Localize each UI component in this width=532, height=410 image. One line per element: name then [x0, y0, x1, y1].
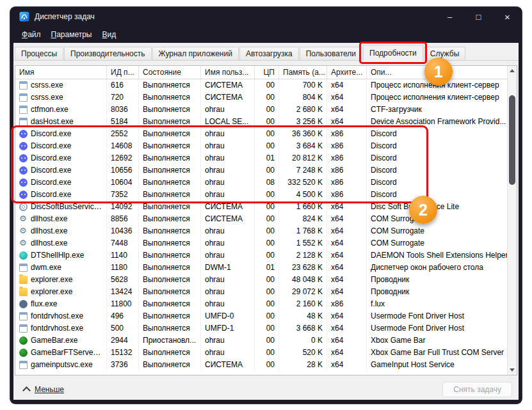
- column-header-user[interactable]: Имя польз...: [201, 66, 255, 79]
- cell-pid: 1180: [107, 262, 139, 274]
- cell-desc: COM Surrogate: [367, 213, 507, 225]
- generic-app-icon: [19, 361, 28, 369]
- scroll-down-arrow-icon[interactable]: [508, 365, 517, 375]
- process-name: dllhost.exe: [31, 225, 67, 237]
- table-row[interactable]: dwm.exe1180ВыполняетсяDWM-10123 628 Kx64…: [15, 262, 507, 274]
- end-task-button[interactable]: Снять задачу: [442, 382, 512, 397]
- cell-cpu: 00: [255, 128, 279, 140]
- scroll-up-arrow-icon[interactable]: [508, 66, 517, 75]
- tab-app-history[interactable]: Журнал приложений: [152, 47, 239, 60]
- discord-icon: [19, 178, 28, 187]
- cell-mem: 48 K: [279, 310, 327, 322]
- cell-name: DiscSoftBusServiceLi...: [15, 201, 107, 213]
- column-header-pid[interactable]: ИД п...: [107, 66, 139, 79]
- cell-desc: Процесс исполнения клиент-сервер: [367, 91, 507, 104]
- close-button[interactable]: ×: [493, 7, 522, 26]
- tab-performance[interactable]: Производительность: [64, 47, 151, 60]
- fewer-details-toggle[interactable]: Меньше: [20, 384, 68, 395]
- cell-user: ohrau: [201, 225, 255, 237]
- cell-arch: x64: [327, 249, 367, 262]
- cell-status: Выполняется: [139, 310, 201, 322]
- cell-name: dllhost.exe: [15, 213, 107, 225]
- cell-mem: 3 668 K: [279, 322, 327, 335]
- process-name: GameBar.exe: [31, 335, 77, 347]
- cell-mem: 2 128 K: [279, 249, 327, 262]
- cell-mem: 3 256 K: [279, 116, 327, 128]
- table-row[interactable]: DTShellHlp.exe1140Выполняетсяohrau002 12…: [15, 249, 507, 262]
- cell-user: ohrau: [201, 164, 255, 177]
- cell-mem: 520 K: [279, 347, 327, 359]
- column-header-cpu[interactable]: ЦП: [255, 66, 279, 79]
- column-header-name[interactable]: Имя: [15, 66, 107, 79]
- table-row[interactable]: fontdrvhost.exe500ВыполняетсяUMFD-1003 6…: [15, 322, 507, 335]
- annotation-step-badge-1: 1: [424, 58, 453, 86]
- cell-user: ohrau: [201, 140, 255, 152]
- menu-options[interactable]: Параметры: [46, 28, 97, 41]
- cell-mem: 2 160 K: [279, 298, 327, 310]
- cell-cpu: 00: [255, 116, 279, 128]
- cell-name: DTShellHlp.exe: [15, 249, 107, 262]
- column-header-arch[interactable]: Архите...: [327, 66, 367, 79]
- cell-pid: 7352: [107, 189, 139, 201]
- table-row[interactable]: Discord.exe10604Выполняетсяohrau08332 52…: [15, 177, 507, 189]
- maximize-button[interactable]: □: [464, 7, 493, 26]
- table-row[interactable]: dllhost.exe10436Выполняетсяohrau001 768 …: [15, 225, 507, 237]
- table-row[interactable]: GameBarFTServer.exe15132Выполняетсяohrau…: [15, 347, 507, 359]
- cell-desc: Discord: [367, 152, 507, 164]
- cell-arch: x86: [327, 140, 367, 152]
- table-row[interactable]: Discord.exe14608Выполняетсяohrau003 684 …: [15, 140, 507, 152]
- cell-mem: 7 248 K: [279, 164, 327, 177]
- table-row[interactable]: explorer.exe13424Выполняетсяohrau0029 07…: [15, 286, 507, 298]
- window-controls: – □ ×: [435, 7, 522, 26]
- table-row[interactable]: Discord.exe2552Выполняетсяohrau0036 360 …: [15, 128, 507, 140]
- cell-desc: Usermode Font Driver Host: [367, 322, 507, 335]
- vertical-scrollbar[interactable]: [507, 66, 517, 375]
- cell-cpu: 00: [255, 359, 279, 371]
- table-row[interactable]: Discord.exe12692Выполняетсяohrau0120 812…: [15, 152, 507, 164]
- cell-user: UMFD-1: [201, 322, 255, 335]
- table-row[interactable]: Discord.exe7352Выполняетсяohrau004 500 K…: [15, 189, 507, 201]
- menu-view[interactable]: Вид: [97, 28, 121, 41]
- cell-status: Выполняется: [139, 322, 201, 335]
- table-row[interactable]: ctfmon.exe8036Выполняетсяohrau002 680 Kx…: [15, 104, 507, 116]
- table-row[interactable]: dasHost.exe5184ВыполняетсяLOCAL SE...003…: [15, 116, 507, 128]
- scrollbar-thumb[interactable]: [509, 95, 515, 185]
- xbox-icon: [19, 349, 28, 357]
- table-row[interactable]: csrss.exe720ВыполняетсяСИСТЕМА00804 Kx64…: [15, 91, 507, 104]
- gear-icon: [19, 215, 28, 223]
- cell-status: Выполняется: [139, 201, 201, 213]
- cell-status: Выполняется: [139, 237, 201, 249]
- cell-user: ohrau: [201, 104, 255, 116]
- process-name: Discord.exe: [31, 164, 71, 177]
- table-row[interactable]: explorer.exe5628Выполняетсяohrau0048 048…: [15, 274, 507, 286]
- flux-icon: [19, 300, 28, 308]
- cell-name: explorer.exe: [15, 274, 107, 286]
- column-header-status[interactable]: Состояние: [139, 66, 201, 79]
- cell-pid: 10436: [107, 225, 139, 237]
- table-row[interactable]: GameBar.exe2944Приостановл...ohrau000 Kx…: [15, 335, 507, 347]
- cell-name: gameinputsvc.exe: [15, 359, 107, 371]
- minimize-button[interactable]: –: [435, 7, 464, 26]
- tab-services[interactable]: Службы: [424, 47, 465, 60]
- tab-startup[interactable]: Автозагрузка: [239, 47, 299, 60]
- cell-pid: 15132: [107, 347, 139, 359]
- window-content: ПроцессыПроизводительностьЖурнал приложе…: [13, 43, 519, 400]
- tab-processes[interactable]: Процессы: [15, 47, 63, 60]
- window-title: Диспетчер задач: [35, 12, 95, 21]
- table-row[interactable]: flux.exe11800Выполняетсяohrau002 160 Kx8…: [15, 298, 507, 310]
- tab-users[interactable]: Пользователи: [300, 47, 362, 60]
- cell-pid: 8856: [107, 213, 139, 225]
- cell-name: explorer.exe: [15, 286, 107, 298]
- table-row[interactable]: dllhost.exe7448Выполняетсяohrau001 552 K…: [15, 237, 507, 249]
- table-row[interactable]: Discord.exe10656Выполняетсяohrau007 248 …: [15, 164, 507, 177]
- table-row[interactable]: fontdrvhost.exe496ВыполняетсяUMFD-00048 …: [15, 310, 507, 322]
- cell-pid: 5628: [107, 274, 139, 286]
- tab-details[interactable]: Подробности: [363, 45, 423, 61]
- table-row[interactable]: gameinputsvc.exe3736ВыполняетсяСИСТЕМА00…: [15, 359, 507, 371]
- cell-pid: 496: [107, 310, 139, 322]
- column-header-mem[interactable]: Память (а...: [279, 66, 327, 79]
- cell-mem: 1 768 K: [279, 225, 327, 237]
- cell-cpu: 00: [255, 249, 279, 262]
- menu-file[interactable]: Файл: [17, 28, 46, 41]
- discord-icon: [19, 142, 28, 150]
